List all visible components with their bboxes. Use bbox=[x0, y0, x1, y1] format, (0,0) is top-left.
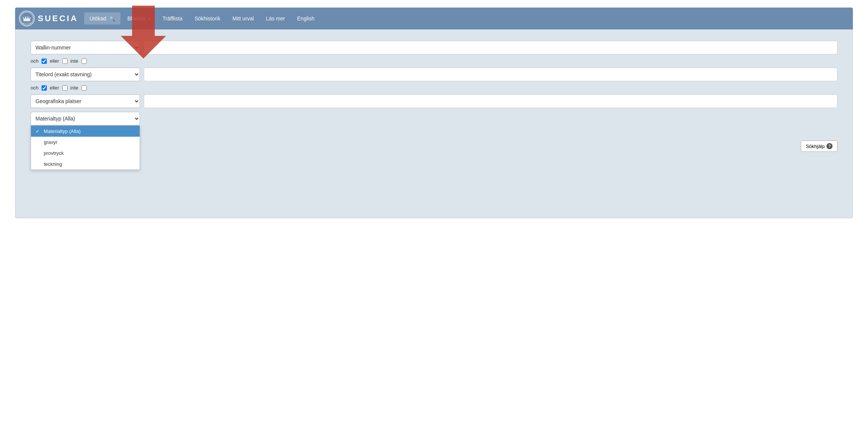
dropdown-item-teckning[interactable]: teckning bbox=[31, 159, 140, 170]
search-row-3: Wallin-nummer Titelord (exakt stavning) … bbox=[31, 94, 837, 108]
nav-label-utokad: Utökad bbox=[89, 15, 106, 22]
svg-point-4 bbox=[23, 17, 24, 19]
nav-label-bladdra: Bläddra bbox=[127, 15, 145, 22]
search-row-4: Materialtyp (Alla) gravyr provtryck teck… bbox=[31, 112, 837, 125]
sokhjälp-label: Sökhjälp bbox=[806, 144, 825, 149]
nav-item-bladdra[interactable]: Bläddra ▾ bbox=[122, 12, 155, 25]
dropdown-item-gravyr-label: gravyr bbox=[44, 139, 57, 145]
page-wrapper: BIBLIOTEKET SUECIA Utökad 🔍 Bläddra ▾ bbox=[0, 0, 868, 241]
svg-point-7 bbox=[30, 17, 31, 19]
bool-och-check-1[interactable] bbox=[42, 59, 47, 64]
bool-inte-check-2[interactable] bbox=[82, 85, 87, 91]
nav-link-utokad[interactable]: Utökad 🔍 bbox=[84, 12, 120, 25]
field-select-3[interactable]: Wallin-nummer Titelord (exakt stavning) … bbox=[31, 94, 140, 108]
main-content: Wallin-nummer Titelord (exakt stavning) … bbox=[15, 29, 853, 218]
bool-eller-check-1[interactable] bbox=[62, 59, 68, 64]
bool-och-checkbox-1[interactable] bbox=[42, 59, 47, 64]
bool-och-check-2[interactable] bbox=[42, 85, 47, 91]
nav-item-mitt-urval[interactable]: Mitt urval bbox=[227, 12, 259, 25]
nav-link-english[interactable]: English bbox=[292, 12, 320, 25]
svg-point-5 bbox=[25, 17, 26, 18]
nav-label-las-mer: Läs mer bbox=[266, 15, 285, 22]
bool-eller-label-1: eller bbox=[50, 58, 59, 64]
bool-inte-label-1: inte bbox=[71, 58, 78, 64]
nav-label-trafflista: Träfflista bbox=[163, 15, 183, 22]
materialtyp-dropdown-menu: ✓ Materialtyp (Alla) gravyr provtryck bbox=[31, 125, 140, 170]
nav-link-las-mer[interactable]: Läs mer bbox=[261, 12, 291, 25]
bool-och-label-2: och bbox=[31, 85, 38, 91]
checkmark-icon: ✓ bbox=[35, 128, 42, 134]
search-input-3[interactable] bbox=[144, 94, 837, 108]
nav-link-mitt-urval[interactable]: Mitt urval bbox=[227, 12, 259, 25]
brand-name: SUECIA bbox=[38, 14, 78, 23]
bool-och-checkbox-2[interactable] bbox=[42, 85, 47, 91]
bool-row-1: och eller inte bbox=[31, 58, 837, 64]
svg-marker-3 bbox=[23, 17, 30, 20]
dropdown-item-teckning-label: teckning bbox=[44, 161, 62, 167]
navbar: BIBLIOTEKET SUECIA Utökad 🔍 Bläddra ▾ bbox=[15, 8, 853, 29]
field-select-1[interactable]: Wallin-nummer Titelord (exakt stavning) … bbox=[31, 41, 140, 54]
nav-item-las-mer[interactable]: Läs mer bbox=[261, 12, 291, 25]
dropdown-item-provtryck[interactable]: provtryck bbox=[31, 148, 140, 159]
chevron-down-icon: ▾ bbox=[148, 17, 151, 22]
materialtyp-select[interactable]: Materialtyp (Alla) gravyr provtryck teck… bbox=[31, 112, 140, 125]
svg-text:BIBLIOTEKET: BIBLIOTEKET bbox=[22, 22, 32, 24]
search-row-2: Wallin-nummer Titelord (exakt stavning) … bbox=[31, 68, 837, 81]
bool-inte-label-2: inte bbox=[71, 85, 78, 91]
bool-inte-checkbox-2[interactable] bbox=[82, 85, 87, 91]
nav-link-bladdra[interactable]: Bläddra ▾ bbox=[122, 12, 155, 25]
bool-eller-checkbox-2[interactable] bbox=[62, 85, 68, 91]
dropdown-item-all[interactable]: ✓ Materialtyp (Alla) bbox=[31, 126, 140, 137]
nav-link-trafflista[interactable]: Träfflista bbox=[157, 12, 188, 25]
svg-point-6 bbox=[28, 17, 29, 18]
materialtyp-dropdown-container: Materialtyp (Alla) gravyr provtryck teck… bbox=[31, 112, 140, 125]
bool-och-label-1: och bbox=[31, 58, 38, 64]
bool-eller-check-2[interactable] bbox=[62, 85, 68, 91]
bool-inte-check-1[interactable] bbox=[82, 59, 87, 64]
nav-label-english: English bbox=[297, 15, 314, 22]
nav-item-sokhistorik[interactable]: Sökhistorik bbox=[189, 12, 225, 25]
search-form: Wallin-nummer Titelord (exakt stavning) … bbox=[31, 41, 837, 148]
search-input-1[interactable] bbox=[144, 41, 837, 54]
help-icon: ? bbox=[826, 143, 833, 149]
bool-row-2: och eller inte bbox=[31, 85, 837, 91]
nav-label-mitt-urval: Mitt urval bbox=[232, 15, 254, 22]
bool-eller-checkbox-1[interactable] bbox=[62, 59, 68, 64]
sokhjälp-button[interactable]: Sökhjälp ? bbox=[801, 140, 837, 152]
search-row-1: Wallin-nummer Titelord (exakt stavning) … bbox=[31, 41, 837, 54]
search-input-2[interactable] bbox=[144, 68, 837, 81]
svg-rect-2 bbox=[23, 20, 30, 21]
nav-item-utokad[interactable]: Utökad 🔍 bbox=[84, 12, 120, 25]
field-select-2[interactable]: Wallin-nummer Titelord (exakt stavning) … bbox=[31, 68, 140, 81]
logo: BIBLIOTEKET bbox=[19, 11, 35, 26]
brand: BIBLIOTEKET SUECIA bbox=[19, 11, 78, 26]
bool-eller-label-2: eller bbox=[50, 85, 59, 91]
nav-link-sokhistorik[interactable]: Sökhistorik bbox=[189, 12, 225, 25]
dropdown-item-provtryck-label: provtryck bbox=[44, 150, 64, 156]
dropdown-item-gravyr[interactable]: gravyr bbox=[31, 137, 140, 148]
navbar-nav: Utökad 🔍 Bläddra ▾ Träfflista Sökhistori… bbox=[83, 12, 320, 25]
nav-item-trafflista[interactable]: Träfflista bbox=[157, 12, 188, 25]
search-icon: 🔍 bbox=[109, 16, 115, 22]
nav-label-sokhistorik: Sökhistorik bbox=[194, 15, 220, 22]
nav-item-english[interactable]: English bbox=[292, 12, 320, 25]
bool-inte-checkbox-1[interactable] bbox=[82, 59, 87, 64]
dropdown-item-all-label: Materialtyp (Alla) bbox=[44, 128, 81, 134]
